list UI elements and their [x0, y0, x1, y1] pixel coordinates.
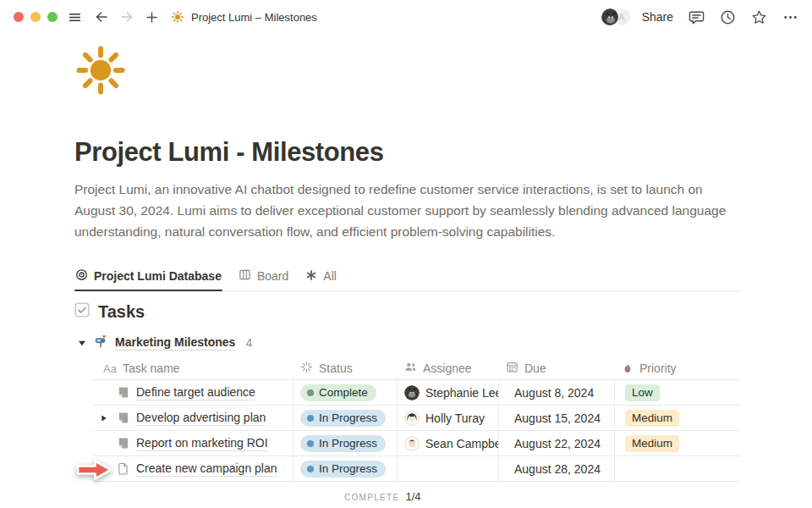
asterisk-icon [305, 269, 317, 284]
table-footer-calc[interactable]: COMPLETE 1/4 [344, 490, 741, 503]
task-cell[interactable]: Create new campaign plan [93, 456, 294, 481]
task-title-link[interactable]: Define target audience [136, 385, 255, 400]
priority-cell[interactable]: Medium [615, 431, 741, 456]
due-date: August 22, 2024 [514, 437, 601, 450]
table-header-row: Aa Task name Status Assignee Due [93, 357, 741, 380]
page-sun-icon[interactable] [74, 44, 127, 97]
status-pill: In Progress [300, 461, 386, 478]
tasks-heading: Tasks [74, 302, 741, 322]
more-icon[interactable] [782, 9, 798, 25]
close-window-button[interactable] [14, 12, 24, 22]
page-icon [117, 411, 129, 424]
status-pill: In Progress [300, 410, 386, 427]
tab-label: Board [257, 269, 288, 283]
status-cell[interactable]: In Progress [294, 456, 398, 481]
back-icon[interactable] [94, 9, 109, 25]
mailbox-icon [94, 334, 107, 351]
column-header-assignee[interactable]: Assignee [398, 357, 499, 379]
assignee-cell[interactable]: Sean Campbell [398, 431, 499, 456]
status-dot [307, 440, 314, 447]
status-cell[interactable]: Complete [294, 380, 398, 405]
target-icon [75, 268, 88, 284]
page-description: Project Lumi, an innovative AI chatbot d… [74, 179, 739, 242]
assignee-name: Holly Turay [425, 411, 485, 425]
avatar [404, 436, 420, 451]
group-count: 4 [245, 336, 252, 350]
due-cell[interactable]: August 15, 2024 [499, 406, 615, 430]
sun-icon [171, 10, 184, 24]
status-cell[interactable]: In Progress [294, 406, 398, 430]
status-pill: Complete [300, 384, 376, 401]
calendar-icon [506, 361, 518, 376]
people-icon [404, 361, 417, 376]
assignee-cell[interactable]: Holly Turay [398, 406, 499, 430]
priority-tag: Medium [625, 435, 679, 452]
page-body: Project Lumi - Milestones Project Lumi, … [0, 44, 812, 503]
history-icon[interactable] [720, 9, 736, 25]
tasks-table: Aa Task name Status Assignee Due [93, 357, 741, 503]
new-tab-icon[interactable] [145, 10, 159, 25]
view-tabs: Project Lumi Database Board All [74, 264, 741, 291]
table-row: Develop advertising plan In Progress Hol… [93, 406, 741, 431]
presence-avatars[interactable]: A [601, 8, 630, 26]
page-title: Project Lumi - Milestones [74, 137, 741, 168]
due-cell[interactable]: August 22, 2024 [499, 431, 615, 456]
priority-cell[interactable]: Medium [615, 406, 741, 430]
share-button[interactable]: Share [642, 10, 673, 24]
due-date: August 28, 2024 [514, 462, 601, 476]
assignee-cell[interactable]: Stephanie Lee [398, 380, 499, 405]
status-pill: In Progress [300, 435, 386, 452]
priority-tag: Medium [625, 410, 679, 427]
assignee-name: Stephanie Lee [425, 386, 499, 400]
text-style-icon: Aa [103, 362, 117, 375]
column-header-task-name[interactable]: Aa Task name [93, 357, 294, 379]
due-cell[interactable]: August 8, 2024 [499, 380, 615, 405]
tab-label: All [323, 269, 337, 283]
task-title-link[interactable]: Develop advertising plan [136, 411, 266, 426]
forward-icon[interactable] [119, 9, 134, 25]
tab-project-lumi-database[interactable]: Project Lumi Database [74, 264, 222, 290]
column-header-priority[interactable]: Priority [615, 357, 741, 379]
group-row-marketing-milestones: Marketing Milestones 4 [78, 334, 741, 351]
favorite-star-icon[interactable] [751, 9, 767, 25]
due-cell[interactable]: August 28, 2024 [499, 456, 615, 481]
task-cell[interactable]: Develop advertising plan [93, 406, 294, 430]
collapse-toggle-icon[interactable] [78, 339, 86, 347]
tab-all[interactable]: All [304, 264, 337, 290]
flame-icon [622, 362, 634, 376]
avatar [404, 385, 420, 400]
page-icon [117, 386, 129, 399]
status-dot [307, 389, 314, 396]
avatar [601, 8, 619, 26]
assignee-cell[interactable] [398, 456, 499, 481]
task-title-link[interactable]: Report on marketing ROI [136, 436, 268, 451]
due-date: August 8, 2024 [514, 386, 594, 400]
zoom-window-button[interactable] [47, 12, 58, 22]
checkbox-icon [74, 302, 90, 322]
table-row: Report on marketing ROI In Progress Sean… [93, 431, 741, 456]
priority-cell[interactable] [615, 456, 741, 481]
expand-toggle-icon[interactable] [100, 414, 107, 422]
calc-label: COMPLETE [344, 493, 399, 502]
minimize-window-button[interactable] [30, 12, 41, 22]
calc-value: 1/4 [405, 490, 420, 503]
task-title-link[interactable]: Create new campaign plan [136, 461, 277, 477]
comments-icon[interactable] [689, 9, 705, 25]
board-icon [239, 268, 251, 284]
group-label[interactable]: Marketing Milestones [115, 335, 235, 351]
table-row: Define target audience Complete Stephani… [93, 380, 741, 406]
priority-cell[interactable]: Low [615, 380, 741, 405]
status-burst-icon [300, 361, 313, 376]
column-header-due[interactable]: Due [499, 357, 615, 379]
status-cell[interactable]: In Progress [294, 431, 398, 456]
status-dot [307, 466, 314, 472]
menu-icon[interactable] [68, 10, 82, 25]
column-header-status[interactable]: Status [294, 357, 398, 379]
tab-board[interactable]: Board [238, 264, 289, 290]
task-cell[interactable]: Report on marketing ROI [93, 431, 294, 456]
table-row: Create new campaign plan In Progress Aug… [93, 456, 741, 482]
status-dot [307, 415, 314, 422]
task-cell[interactable]: Define target audience [93, 380, 294, 405]
window-titlebar: Project Lumi – Milestones A Share [0, 0, 812, 34]
avatar [404, 411, 420, 426]
